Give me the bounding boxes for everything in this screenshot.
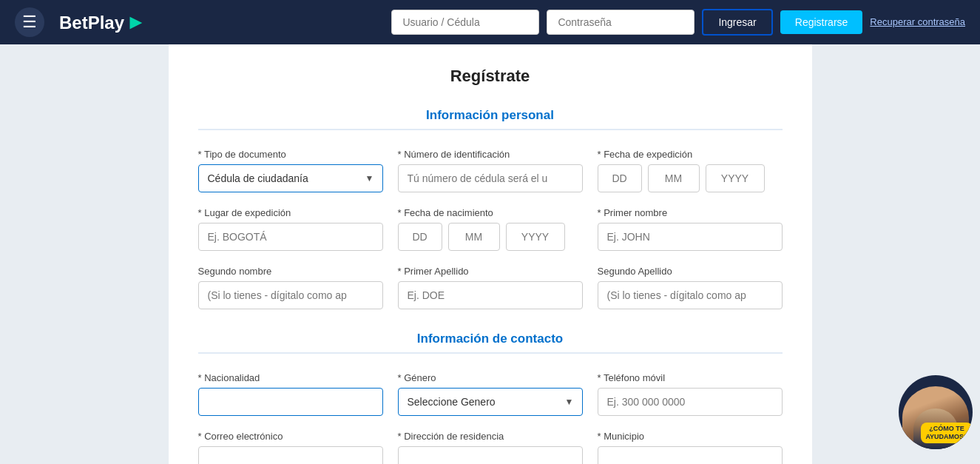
birth-mm-input[interactable] — [448, 223, 500, 251]
menu-icon[interactable]: ☰ — [15, 7, 44, 37]
first-surname-input[interactable] — [398, 281, 583, 309]
gender-field: * Género Seleccione Genero Masculino Fem… — [398, 372, 583, 416]
password-input[interactable] — [547, 10, 695, 35]
gender-select[interactable]: Seleccione Genero Masculino Femenino — [398, 388, 583, 416]
logo-wordmark: BetPlay — [59, 13, 124, 33]
first-surname-field: * Primer Apellido — [398, 266, 583, 309]
second-name-input[interactable] — [198, 281, 383, 309]
expedition-place-field: * Lugar de expedición — [198, 207, 383, 251]
mobile-label: * Teléfono móvil — [598, 372, 783, 383]
doc-type-select[interactable]: Cédula de ciudadanía Pasaporte Cédula de… — [198, 164, 383, 192]
first-name-input[interactable] — [598, 223, 783, 251]
main-content: Regístrate Información personal * Tipo d… — [169, 44, 812, 464]
id-number-input[interactable] — [398, 164, 583, 192]
logo: BetPlay► — [59, 10, 146, 34]
second-name-label: Segundo nombre — [198, 266, 383, 277]
email-label: * Correo electrónico — [198, 431, 383, 442]
expedition-date-label: * Fecha de expedición — [598, 149, 783, 160]
doc-type-select-wrapper: Cédula de ciudadanía Pasaporte Cédula de… — [198, 164, 383, 192]
expedition-date-field: * Fecha de expedición — [598, 149, 783, 192]
page-title: Regístrate — [198, 67, 783, 86]
birth-yyyy-input[interactable] — [506, 223, 565, 251]
nationality-label: * Nacionalidad — [198, 372, 383, 383]
form-row-2: * Lugar de expedición * Fecha de nacimie… — [198, 207, 783, 251]
gender-label: * Género — [398, 372, 583, 383]
address-field: * Dirección de residencia — [398, 431, 583, 464]
login-button[interactable]: Ingresar — [702, 9, 772, 36]
second-name-field: Segundo nombre — [198, 266, 383, 309]
expedition-yyyy-input[interactable] — [706, 164, 765, 192]
form-row-3: Segundo nombre * Primer Apellido Segundo… — [198, 266, 783, 309]
chat-badge: ¿CÓMO TE AYUDAMOS? — [921, 423, 973, 443]
chat-widget[interactable]: ¿CÓMO TE AYUDAMOS? — [899, 375, 973, 449]
municipality-input[interactable] — [598, 446, 783, 464]
contact-row-1: * Nacionalidad COLOMBIA * Género Selecci… — [198, 372, 783, 416]
expedition-mm-input[interactable] — [648, 164, 700, 192]
personal-info-section: Información personal * Tipo de documento… — [198, 108, 783, 309]
address-input[interactable] — [398, 446, 583, 464]
address-label: * Dirección de residencia — [398, 431, 583, 442]
first-name-label: * Primer nombre — [598, 207, 783, 218]
municipality-label: * Municipio — [598, 431, 783, 442]
birth-date-field: * Fecha de nacimiento — [398, 207, 583, 251]
header-inputs: Ingresar Registrarse Recuperar contraseñ… — [391, 9, 965, 36]
id-number-field: * Número de identificación — [398, 149, 583, 192]
mobile-field: * Teléfono móvil — [598, 372, 783, 416]
logo-text: BetPlay► — [59, 10, 146, 34]
expedition-date-row — [598, 164, 783, 192]
recover-password-link[interactable]: Recuperar contraseña — [870, 16, 965, 29]
contact-row-2: * Correo electrónico * Dirección de resi… — [198, 431, 783, 464]
username-input[interactable] — [391, 10, 539, 35]
mobile-input[interactable] — [598, 388, 783, 416]
logo-arrow-icon: ► — [126, 10, 146, 34]
header: ☰ BetPlay► Ingresar Registrarse Recupera… — [0, 0, 980, 44]
expedition-dd-input[interactable] — [598, 164, 642, 192]
contact-info-section: Información de contacto * Nacionalidad C… — [198, 332, 783, 464]
nationality-field: * Nacionalidad COLOMBIA — [198, 372, 383, 416]
first-surname-label: * Primer Apellido — [398, 266, 583, 277]
birth-date-label: * Fecha de nacimiento — [398, 207, 583, 218]
doc-type-label: * Tipo de documento — [198, 149, 383, 160]
form-row-1: * Tipo de documento Cédula de ciudadanía… — [198, 149, 783, 192]
id-number-label: * Número de identificación — [398, 149, 583, 160]
contact-info-title: Información de contacto — [198, 332, 783, 354]
first-name-field: * Primer nombre — [598, 207, 783, 251]
hamburger-icon: ☰ — [22, 13, 37, 32]
birth-dd-input[interactable] — [398, 223, 442, 251]
nationality-input[interactable]: COLOMBIA — [198, 388, 383, 416]
gender-select-wrapper: Seleccione Genero Masculino Femenino ▼ — [398, 388, 583, 416]
second-surname-input[interactable] — [598, 281, 783, 309]
second-surname-label: Segundo Apellido — [598, 266, 783, 277]
birth-date-row — [398, 223, 583, 251]
municipality-field: * Municipio — [598, 431, 783, 464]
doc-type-field: * Tipo de documento Cédula de ciudadanía… — [198, 149, 383, 192]
register-button[interactable]: Registrarse — [780, 10, 863, 34]
second-surname-field: Segundo Apellido — [598, 266, 783, 309]
email-field: * Correo electrónico — [198, 431, 383, 464]
expedition-place-input[interactable] — [198, 223, 383, 251]
expedition-place-label: * Lugar de expedición — [198, 207, 383, 218]
email-input[interactable] — [198, 446, 383, 464]
personal-info-title: Información personal — [198, 108, 783, 130]
